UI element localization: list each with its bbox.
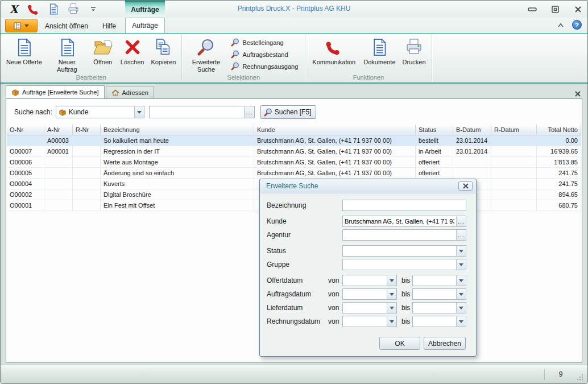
dokumente-button[interactable]: Dokumente <box>360 36 399 66</box>
resize-grip-icon[interactable] <box>577 374 584 381</box>
chevron-down-icon[interactable] <box>134 106 144 118</box>
doc-tab-auftraege[interactable]: Aufträge [Erweiterte Suche] <box>6 85 105 98</box>
table-row[interactable]: O00005 Änderung sind so einfach Brutschm… <box>7 168 581 179</box>
chevron-down-icon[interactable] <box>456 275 466 286</box>
cell-kunde: Brutschmann AG, St. Gallen, (+41 71 937 … <box>254 135 416 146</box>
chevron-down-icon[interactable] <box>456 303 466 313</box>
magnifier-icon <box>231 50 239 59</box>
bestelleingang-button[interactable]: Bestelleingang <box>231 38 298 47</box>
cancel-button[interactable]: Abbrechen <box>424 337 466 350</box>
col-header-r-datum[interactable]: R-Datum <box>491 125 537 135</box>
restore-button[interactable] <box>550 5 560 13</box>
table-header-row: O-Nr A-Nr R-Nr Bezeichnung Kunde Status … <box>7 125 581 135</box>
chevron-down-icon[interactable] <box>387 289 396 299</box>
cell-r-datum <box>491 168 537 179</box>
ok-button[interactable]: OK <box>379 337 420 350</box>
cell-a-nr <box>44 200 73 211</box>
cell-bezeichnung: Ein Fest mit Offset <box>101 200 254 211</box>
col-header-r-nr[interactable]: R-Nr <box>73 125 101 135</box>
gruppe-select-value[interactable] <box>343 259 456 270</box>
search-lookup-button[interactable]: ... <box>244 106 254 118</box>
auftragsbestand-button[interactable]: Auftragsbestand <box>231 50 298 59</box>
doc-tab-adressen[interactable]: Adressen <box>106 86 154 98</box>
table-row[interactable]: O00007 A00001 Regression in der IT Bruts… <box>7 146 581 157</box>
lieferdatum-bis-select[interactable] <box>412 302 466 313</box>
tab-hilfe[interactable]: Hilfe <box>93 19 126 33</box>
cell-r-datum <box>491 189 537 200</box>
suchen-button[interactable]: Suchen [F5] <box>260 105 317 119</box>
group-label-selektionen: Selektionen <box>182 73 305 82</box>
kommunikation-button[interactable]: Kommunikation <box>308 36 360 66</box>
chevron-down-icon[interactable] <box>387 275 396 286</box>
rechnungsdatum-bis-select[interactable] <box>412 316 466 327</box>
rechnungsausgang-button[interactable]: Rechnungsausgang <box>231 62 298 71</box>
dialog-row-status: Status <box>260 245 476 257</box>
agentur-lookup-button[interactable]: ... <box>456 230 466 240</box>
close-view-icon[interactable] <box>573 89 582 98</box>
table-row[interactable]: O00006 Werte aus Montage Brutschmann AG,… <box>7 157 581 168</box>
cell-r-nr <box>73 179 101 189</box>
rechnungsdatum-von-select[interactable] <box>342 316 397 327</box>
cell-r-nr <box>73 200 101 211</box>
neue-offerte-button[interactable]: Neue Offerte <box>3 36 45 66</box>
kunde-field[interactable] <box>343 216 456 226</box>
chevron-down-icon[interactable] <box>387 303 396 313</box>
cell-status: offeriert <box>416 157 453 168</box>
help-icon[interactable]: ? <box>572 20 582 30</box>
cell-a-nr <box>44 179 73 189</box>
dialog-row-agentur: Agentur ... <box>260 229 476 241</box>
col-header-total-netto[interactable]: Total Netto <box>537 125 581 135</box>
oeffnen-button[interactable]: Öffnen <box>89 36 117 66</box>
neuer-auftrag-button[interactable]: Neuer Auftrag <box>45 36 89 73</box>
table-row[interactable]: A00003 So kalkuliert man heute Brutschma… <box>7 135 581 146</box>
ribbon-group-selektionen: Erweiterte Suche Bestelleingang Auftrags… <box>182 34 305 82</box>
agentur-field[interactable] <box>343 230 456 240</box>
search-label: Suche nach: <box>14 108 52 116</box>
col-header-a-nr[interactable]: A-Nr <box>44 125 73 135</box>
drucken-button[interactable]: Drucken <box>399 36 429 66</box>
chevron-down-icon[interactable] <box>456 316 466 327</box>
search-field-selector[interactable]: Kunde <box>56 106 144 118</box>
search-bar: Suche nach: Kunde ... Suchen [F5] <box>6 99 582 125</box>
kopieren-button[interactable]: Kopieren <box>147 36 179 66</box>
col-header-status[interactable]: Status <box>416 125 453 135</box>
status-select[interactable] <box>342 245 466 257</box>
chevron-down-icon[interactable] <box>456 246 466 256</box>
tab-ansicht-oeffnen[interactable]: Ansicht öffnen <box>40 19 93 33</box>
auftragsdatum-bis-select[interactable] <box>412 288 466 300</box>
col-header-bezeichnung[interactable]: Bezeichnung <box>101 125 254 135</box>
offertdatum-von-select[interactable] <box>342 275 397 286</box>
chevron-down-icon[interactable] <box>387 316 396 327</box>
new-order-document-icon <box>59 38 76 57</box>
offertdatum-bis-select[interactable] <box>412 275 466 286</box>
gruppe-select[interactable] <box>342 259 466 270</box>
col-header-b-datum[interactable]: B-Datum <box>453 125 491 135</box>
col-header-kunde[interactable]: Kunde <box>254 125 416 135</box>
cell-status: in Arbeit <box>416 146 453 157</box>
chevron-down-icon[interactable] <box>456 259 466 270</box>
close-button[interactable] <box>573 5 583 13</box>
tab-auftraege[interactable]: Aufträge <box>125 18 165 33</box>
minimize-button[interactable] <box>527 5 537 13</box>
cell-r-nr <box>73 146 101 157</box>
group-label-bearbeiten: Bearbeiten <box>1 73 181 82</box>
cell-total-netto: 680.75 <box>537 200 581 211</box>
cell-total-netto: 16'939.65 <box>537 146 581 157</box>
dialog-close-button[interactable] <box>458 181 473 191</box>
erweiterte-suche-button[interactable]: Erweiterte Suche <box>184 36 227 73</box>
cell-a-nr: A00003 <box>44 135 73 146</box>
dialog-title-bar[interactable]: Erweiterte Suche <box>260 179 476 193</box>
status-select-value[interactable] <box>343 246 456 256</box>
bezeichnung-field[interactable] <box>343 200 466 210</box>
application-menu-button[interactable] <box>5 19 38 32</box>
collapse-ribbon-icon[interactable] <box>557 23 564 27</box>
search-input[interactable] <box>150 107 244 117</box>
cell-b-datum <box>453 157 491 168</box>
cell-bezeichnung: Änderung sind so einfach <box>101 168 254 179</box>
loeschen-button[interactable]: Löschen <box>117 36 148 66</box>
col-header-o-nr[interactable]: O-Nr <box>7 125 44 135</box>
kunde-lookup-button[interactable]: ... <box>456 216 466 226</box>
lieferdatum-von-select[interactable] <box>342 302 397 313</box>
auftragsdatum-von-select[interactable] <box>342 288 397 300</box>
chevron-down-icon[interactable] <box>456 289 466 299</box>
